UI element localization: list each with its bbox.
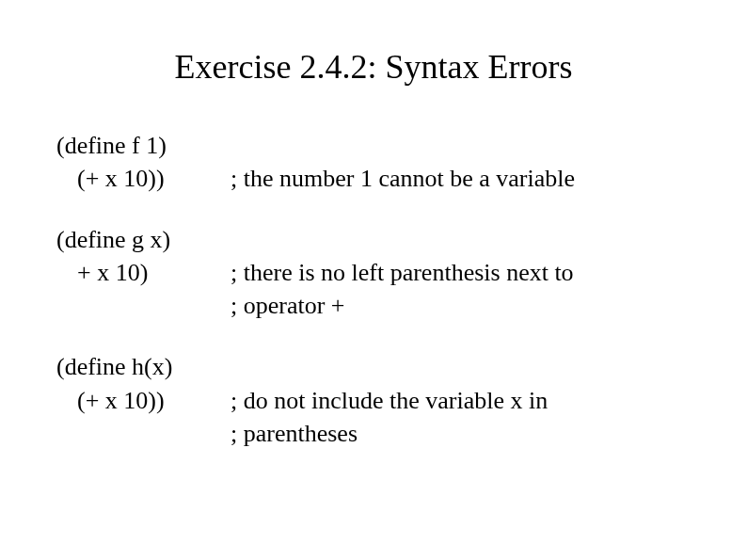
code-line: (+ x 10)) [56, 162, 230, 195]
code-line: (+ x 10)) [56, 384, 230, 417]
example-block: (define h(x) (+ x 10)) ; do not include … [56, 350, 691, 449]
content-area: (define f 1) (+ x 10)) ; the number 1 ca… [56, 129, 691, 450]
comment-line: ; the number 1 cannot be a variable [230, 162, 691, 195]
code-line: (define g x) [56, 223, 230, 256]
code-line: (define h(x) [56, 350, 230, 383]
comment-line: ; there is no left parenthesis next to [230, 256, 691, 289]
page-title: Exercise 2.4.2: Syntax Errors [56, 47, 691, 87]
comment-line: ; parentheses [230, 417, 691, 450]
code-line: (define f 1) [56, 129, 230, 162]
code-line: + x 10) [56, 256, 230, 289]
comment-line: ; operator + [230, 289, 691, 322]
example-block: (define g x) + x 10) ; there is no left … [56, 223, 691, 322]
example-block: (define f 1) (+ x 10)) ; the number 1 ca… [56, 129, 691, 195]
comment-line: ; do not include the variable x in [230, 384, 691, 417]
